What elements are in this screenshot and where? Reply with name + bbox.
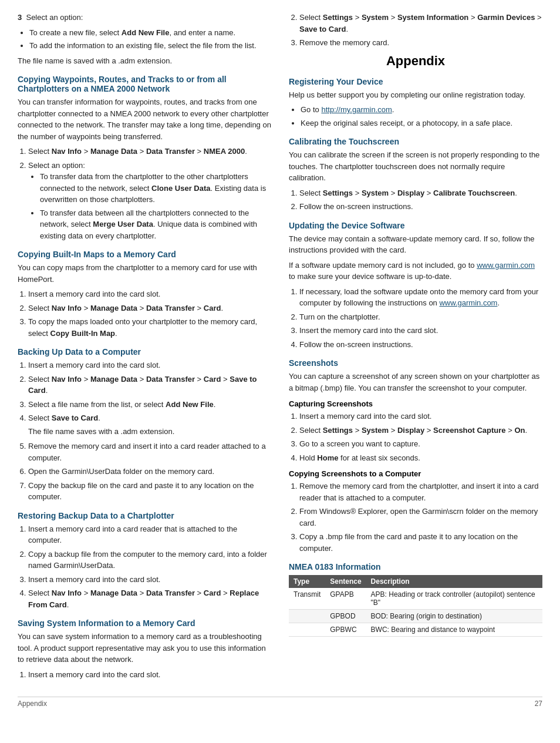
calibrating-body: You can calibrate the screen if the scre… [289, 149, 542, 184]
ss-step1: Insert a memory card into the card slot. [28, 669, 271, 681]
capturing-screenshots-subheading: Capturing Screenshots [289, 399, 542, 408]
left-column: 3 Select an option: To create a new file… [18, 12, 271, 685]
nmea-type-gpbod [289, 610, 325, 623]
nmea-sentence-gpbwc: GPBWC [325, 623, 366, 637]
upd-step1: If necessary, load the software update o… [299, 286, 542, 309]
nmea-type-gpbwc [289, 623, 325, 637]
upd-step3: Insert the memory card into the card slo… [299, 325, 542, 337]
ss-step3: Remove the memory card. [299, 37, 542, 49]
copying-maps-heading: Copying Built-In Maps to a Memory Card [18, 250, 271, 259]
garmin-link-2[interactable]: www.garmin.com [477, 261, 535, 270]
nmea-row-gpbwc: GPBWC BWC: Bearing and distance to waypo… [289, 623, 542, 637]
copying-screenshots-subheading: Copying Screenshots to a Computer [289, 469, 542, 478]
registering-body: Help us better support you by completing… [289, 89, 542, 101]
bu-step4: Select Save to Card. The file name saves… [28, 412, 271, 437]
cpy-step2: From Windows® Explorer, open the Garmin\… [299, 506, 542, 529]
registering-bullet2: Keep the original sales receipt, or a ph… [301, 117, 542, 129]
nmea-desc-gpapb: APB: Heading or track controller (autopi… [366, 588, 542, 610]
bu-step3: Select a file name from the list, or sel… [28, 399, 271, 411]
screenshots-body: You can capture a screenshot of any scre… [289, 371, 542, 394]
nmea-type-transmit: Transmit [289, 588, 325, 610]
intro-bullet2: To add the information to an existing fi… [29, 40, 271, 52]
cm-step2: Select Nav Info > Manage Data > Data Tra… [28, 302, 271, 314]
calibrating-heading: Calibrating the Touchscreen [289, 137, 542, 146]
cap-step1: Insert a memory card into the card slot. [299, 411, 542, 422]
cpy-step3: Copy a .bmp file from the card and paste… [299, 531, 542, 554]
nmea-col-sentence: Sentence [325, 575, 366, 588]
nmea-sentence-gpapb: GPAPB [325, 588, 366, 610]
nmea-row-gpapb: Transmit GPAPB APB: Heading or track con… [289, 588, 542, 610]
cm-step1: Insert a memory card into the card slot. [28, 288, 271, 300]
rb-step1: Insert a memory card into a card reader … [28, 523, 271, 546]
intro-step3: 3 Select an option: To create a new file… [18, 12, 271, 66]
nmea-row-gpbod: GPBOD BOD: Bearing (origin to destinatio… [289, 610, 542, 623]
nmea-sentence-gpbod: GPBOD [325, 610, 366, 623]
copying-maps-body: You can copy maps from the chartplotter … [18, 262, 271, 285]
ss-step2: Select Settings > System > System Inform… [299, 12, 542, 35]
backing-up-heading: Backing Up Data to a Computer [18, 347, 271, 357]
cap-step4: Hold Home for at least six seconds. [299, 452, 542, 464]
saving-system-body: You can save system information to a mem… [18, 631, 271, 665]
intro-step3-num: 3 [18, 13, 22, 22]
garmin-link-3[interactable]: www.garmin.com [439, 298, 497, 307]
cw-bullet1: To transfer data from the chartplotter t… [40, 171, 271, 206]
bu-step1: Insert a memory card into the card slot. [28, 359, 271, 371]
updating-body2: If a software update memory card is not … [289, 260, 542, 283]
copying-waypoints-body: You can transfer information for waypoin… [18, 96, 271, 142]
intro-bullet1-end: , and enter a name. [169, 28, 235, 37]
nmea-col-type: Type [289, 575, 325, 588]
footer-right: 27 [535, 700, 542, 708]
appendix-title: Appendix [289, 53, 542, 69]
cm-step3: To copy the maps loaded onto your chartp… [28, 316, 271, 339]
cpy-step1: Remove the memory card from the chartplo… [299, 480, 542, 503]
cap-step3: Go to a screen you want to capture. [299, 438, 542, 450]
upd-step2: Turn on the chartplotter. [299, 311, 542, 323]
cal-step2: Follow the on-screen instructions. [299, 201, 542, 213]
intro-file-note: The file name is saved with a .adm exten… [18, 55, 271, 67]
intro-bullet1-bold: Add New File [122, 28, 170, 37]
saving-system-continued: Select Settings > System > System Inform… [289, 12, 542, 49]
bu-step6: Open the Garmin\UserData folder on the m… [28, 466, 271, 478]
nmea-desc-gpbod: BOD: Bearing (origin to destination) [366, 610, 542, 623]
upd-step4: Follow the on-screen instructions. [299, 339, 542, 351]
cw-step2: Select an option: To transfer data from … [28, 160, 271, 242]
nmea-desc-gpbwc: BWC: Bearing and distance to waypoint [366, 623, 542, 637]
intro-bullet1-pre: To create a new file, select [29, 28, 122, 37]
garmin-link[interactable]: http://my.garmin.com [321, 105, 392, 114]
rb-step4: Select Nav Info > Manage Data > Data Tra… [28, 587, 271, 610]
footer: Appendix 27 [18, 697, 542, 708]
intro-bullet1: To create a new file, select Add New Fil… [29, 27, 271, 39]
nmea-col-description: Description [366, 575, 542, 588]
cal-step1: Select Settings > System > Display > Cal… [299, 187, 542, 199]
bu-step2: Select Nav Info > Manage Data > Data Tra… [28, 374, 271, 396]
bu-step5: Remove the memory card and insert it int… [28, 441, 271, 463]
updating-heading: Updating the Device Software [289, 221, 542, 230]
updating-body1: The device may contain a software-update… [289, 233, 542, 256]
cw-step1: Select Nav Info > Manage Data > Data Tra… [28, 146, 271, 157]
restoring-heading: Restoring Backup Data to a Chartplotter [18, 511, 271, 520]
nmea-heading: NMEA 0183 Information [289, 562, 542, 571]
bu-step7: Copy the backup file on the card and pas… [28, 480, 271, 503]
copying-waypoints-heading: Copying Waypoints, Routes, and Tracks to… [18, 75, 271, 93]
intro-step3-text: Select an option: [26, 13, 83, 22]
screenshots-heading: Screenshots [289, 358, 542, 368]
registering-bullet1: Go to http://my.garmin.com. [301, 104, 542, 116]
cap-step2: Select Settings > System > Display > Scr… [299, 425, 542, 436]
rb-step3: Insert a memory card into the card slot. [28, 574, 271, 586]
right-column: Select Settings > System > System Inform… [289, 12, 542, 685]
rb-step2: Copy a backup file from the computer to … [28, 549, 271, 571]
cw-bullet2: To transfer data between all the chartpl… [40, 207, 271, 242]
bu-step4-note: The file name saves with a .adm extensio… [28, 426, 271, 438]
footer-left: Appendix [18, 700, 47, 708]
saving-system-heading: Saving System Information to a Memory Ca… [18, 618, 271, 628]
nmea-table: Type Sentence Description Transmit GPAPB… [289, 575, 542, 637]
registering-heading: Registering Your Device [289, 77, 542, 86]
